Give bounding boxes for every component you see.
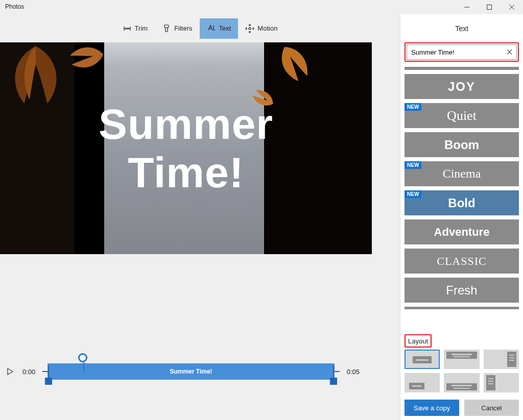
playhead[interactable] <box>78 353 87 362</box>
motion-label: Motion <box>257 24 277 32</box>
text-style-cinema[interactable]: NEWCinema <box>405 161 519 186</box>
trim-label: Trim <box>135 24 148 32</box>
motion-icon <box>245 24 254 33</box>
text-style-quiet[interactable]: NEWQuiet <box>405 103 519 128</box>
text-style-fresh[interactable]: Fresh <box>405 278 519 303</box>
filters-button[interactable]: Filters <box>155 18 199 39</box>
text-button[interactable]: Text <box>200 18 239 39</box>
style-label: Bold <box>448 196 475 210</box>
style-label: Boom <box>444 138 479 152</box>
video-preview[interactable]: Summer Time! <box>0 42 372 254</box>
layout-option-bottom-wide[interactable] <box>444 373 479 392</box>
text-label: Text <box>219 24 231 32</box>
text-input[interactable] <box>407 48 502 56</box>
layout-option-center[interactable] <box>405 350 440 369</box>
text-style-classic[interactable]: CLASSIC <box>405 249 519 274</box>
new-badge: NEW <box>405 190 421 198</box>
text-styles-list[interactable]: JOYNEWQuietBoomNEWCinemaNEWBoldAdventure… <box>405 67 519 325</box>
save-copy-label: Save a copy <box>414 404 450 412</box>
svg-point-11 <box>249 27 251 29</box>
text-input-highlight <box>405 42 519 62</box>
text-style-adventure[interactable]: Adventure <box>405 219 519 244</box>
clear-text-button[interactable] <box>502 48 516 56</box>
play-button[interactable] <box>5 366 15 377</box>
layout-option-bottom-left[interactable] <box>405 373 440 392</box>
clip-handle-right[interactable] <box>330 365 337 385</box>
trim-icon <box>123 24 132 33</box>
text-panel: Text JOYNEWQuietBoomNEWCinemaNEWBoldAdve… <box>400 14 523 420</box>
preview-overlay-text: Summer Time! <box>0 42 372 254</box>
filters-label: Filters <box>174 24 192 32</box>
svg-rect-1 <box>487 5 492 10</box>
svg-rect-10 <box>164 25 169 28</box>
panel-title: Text <box>400 14 523 42</box>
style-list-more <box>405 307 519 309</box>
style-label: Adventure <box>434 226 490 239</box>
layout-option-right-side[interactable] <box>484 350 519 369</box>
motion-button[interactable]: Motion <box>238 18 284 39</box>
new-badge: NEW <box>405 161 421 169</box>
style-label: Quiet <box>447 108 477 123</box>
layout-label-highlight: Layout <box>405 334 432 348</box>
clip-handle-left[interactable] <box>45 365 52 385</box>
clip-label: Summer Time! <box>170 368 212 375</box>
style-label: JOY <box>448 80 476 94</box>
close-icon <box>507 49 512 55</box>
timeline-track[interactable]: Summer Time! <box>42 361 339 382</box>
style-label: CLASSIC <box>437 255 486 268</box>
text-style-bold[interactable]: NEWBold <box>405 190 519 215</box>
layout-option-left-side[interactable] <box>484 373 519 392</box>
window-maximize-button[interactable] <box>478 0 501 14</box>
text-style-joy[interactable]: JOY <box>405 74 519 99</box>
new-badge: NEW <box>405 103 421 111</box>
text-icon <box>207 24 216 33</box>
text-style-boom[interactable]: Boom <box>405 132 519 157</box>
style-label: Fresh <box>446 283 477 298</box>
style-scrollbar-top[interactable] <box>405 67 519 70</box>
time-start: 0:00 <box>22 368 35 376</box>
app-title: Photos <box>0 0 29 13</box>
layout-label: Layout <box>408 337 428 345</box>
cancel-button[interactable]: Cancel <box>464 400 519 416</box>
filters-icon <box>162 24 171 33</box>
titlebar: Photos <box>0 0 523 14</box>
save-copy-button[interactable]: Save a copy <box>405 400 459 416</box>
style-label: Cinema <box>443 167 481 181</box>
timeline-clip[interactable]: Summer Time! <box>47 363 334 380</box>
window-close-button[interactable] <box>501 0 523 14</box>
time-end: 0:05 <box>347 368 360 376</box>
timeline: 0:00 Summer Time! 0: <box>0 351 372 392</box>
window-minimize-button[interactable] <box>456 0 478 14</box>
cancel-label: Cancel <box>481 404 502 412</box>
play-icon <box>7 368 14 375</box>
layout-option-top-wide[interactable] <box>444 350 479 369</box>
tool-toolbar: Trim Filters Text Motion <box>0 14 400 42</box>
trim-button[interactable]: Trim <box>115 18 155 39</box>
